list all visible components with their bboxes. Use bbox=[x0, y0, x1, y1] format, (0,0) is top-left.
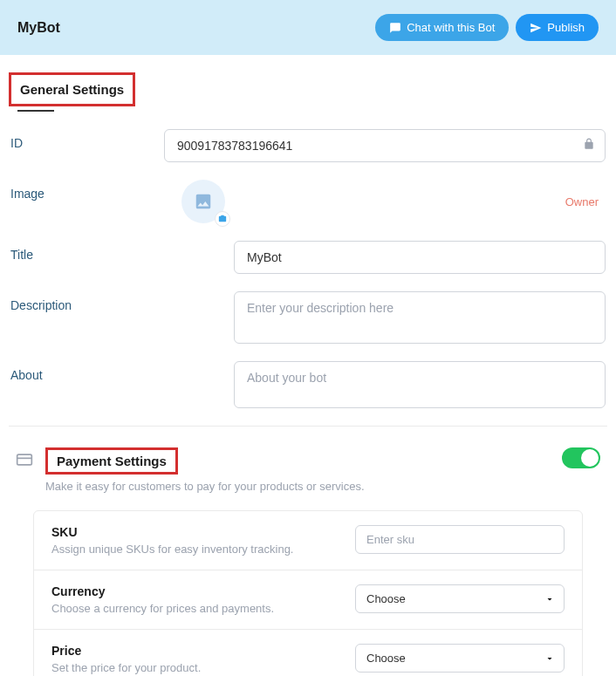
image-icon bbox=[194, 192, 213, 211]
price-select[interactable]: Choose bbox=[355, 644, 565, 673]
title-label: Title bbox=[10, 241, 234, 262]
content: General Settings ID Image Owner Title De… bbox=[0, 55, 616, 676]
sku-sub: Assign unique SKUs for easy inventory tr… bbox=[51, 543, 338, 556]
camera-icon bbox=[215, 211, 230, 227]
sku-title: SKU bbox=[51, 525, 338, 539]
image-row: Image Owner bbox=[9, 180, 607, 223]
currency-sub: Choose a currency for prices and payment… bbox=[51, 602, 338, 615]
payment-settings-sub: Make it easy for customers to pay for yo… bbox=[45, 480, 550, 493]
currency-title: Currency bbox=[51, 584, 338, 598]
title-input[interactable] bbox=[234, 241, 606, 274]
image-label: Image bbox=[10, 180, 164, 201]
tab-underline bbox=[17, 110, 54, 112]
general-settings-tab[interactable]: General Settings bbox=[9, 72, 135, 106]
chat-label: Chat with this Bot bbox=[407, 21, 495, 34]
payment-settings-title: Payment Settings bbox=[45, 447, 178, 475]
about-label: About bbox=[10, 361, 234, 382]
payment-toggle[interactable] bbox=[562, 447, 600, 468]
id-input-wrap bbox=[164, 129, 606, 162]
publish-icon bbox=[530, 22, 542, 34]
image-upload[interactable] bbox=[181, 180, 225, 223]
publish-button[interactable]: Publish bbox=[516, 14, 599, 41]
description-row: Description bbox=[9, 291, 607, 344]
price-sub: Set the price for your product. bbox=[51, 661, 338, 674]
currency-left: Currency Choose a currency for prices an… bbox=[51, 584, 338, 615]
price-title: Price bbox=[51, 644, 338, 658]
sku-input[interactable] bbox=[355, 525, 565, 554]
description-label: Description bbox=[10, 291, 234, 312]
id-row: ID bbox=[9, 129, 607, 162]
price-left: Price Set the price for your product. bbox=[51, 644, 338, 674]
sku-row: SKU Assign unique SKUs for easy inventor… bbox=[34, 511, 582, 570]
owner-link[interactable]: Owner bbox=[565, 195, 599, 208]
lock-icon bbox=[583, 138, 595, 154]
image-control: Owner bbox=[164, 180, 606, 223]
description-input[interactable] bbox=[234, 291, 606, 344]
header-actions: Chat with this Bot Publish bbox=[375, 14, 599, 41]
id-label: ID bbox=[10, 129, 164, 150]
divider bbox=[9, 426, 607, 427]
about-row: About bbox=[9, 361, 607, 408]
title-row: Title bbox=[9, 241, 607, 274]
payment-head: Payment Settings Make it easy for custom… bbox=[45, 447, 550, 493]
price-row: Price Set the price for your product. Ch… bbox=[34, 630, 582, 676]
about-input[interactable] bbox=[234, 361, 606, 408]
page-title: MyBot bbox=[17, 20, 60, 36]
payment-grid: SKU Assign unique SKUs for easy inventor… bbox=[33, 510, 583, 676]
currency-select[interactable]: Choose bbox=[355, 584, 565, 613]
card-icon bbox=[16, 451, 33, 472]
chat-icon bbox=[389, 22, 401, 34]
id-input[interactable] bbox=[164, 129, 606, 162]
svg-rect-0 bbox=[17, 454, 32, 465]
header: MyBot Chat with this Bot Publish bbox=[0, 0, 616, 55]
currency-row: Currency Choose a currency for prices an… bbox=[34, 570, 582, 630]
sku-left: SKU Assign unique SKUs for easy inventor… bbox=[51, 525, 338, 556]
chat-with-bot-button[interactable]: Chat with this Bot bbox=[375, 14, 509, 41]
payment-section-header: Payment Settings Make it easy for custom… bbox=[9, 447, 607, 493]
publish-label: Publish bbox=[547, 21, 585, 34]
